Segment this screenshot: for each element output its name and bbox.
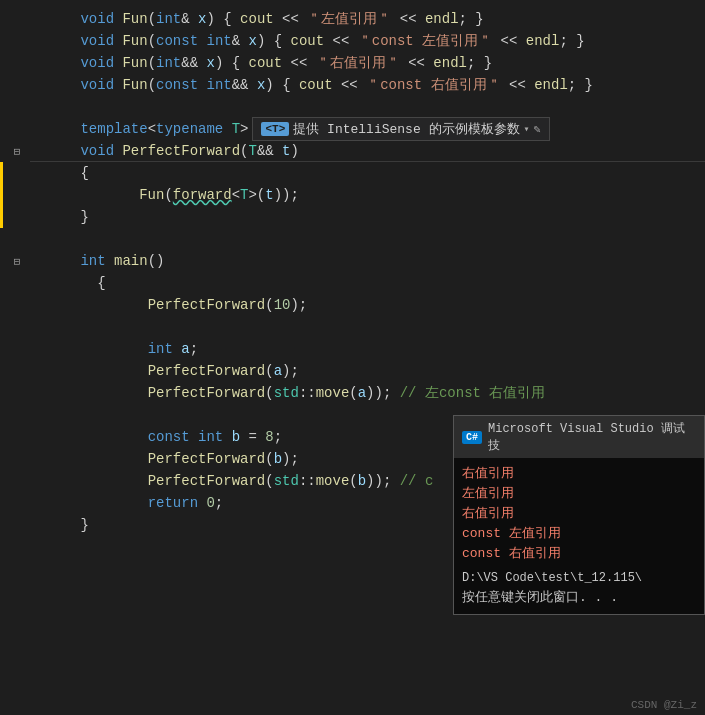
code-editor: void Fun(int& x) { cout << ＂左值引用＂ << end… <box>0 0 705 715</box>
watermark: CSDN @Zi_z <box>631 699 697 711</box>
code-line-14: PerfectForward(10); <box>0 294 705 316</box>
console-window: C# Microsoft Visual Studio 调试技 右值引用 左值引用… <box>453 415 705 615</box>
code-text: } <box>30 193 89 241</box>
console-prompt: 按任意键关闭此窗口. . . <box>462 588 696 608</box>
console-output-5: const 右值引用 <box>462 544 696 564</box>
code-text: void Fun(const int&& x) { cout << ＂const… <box>30 60 593 110</box>
line-number: ⊟ <box>8 145 26 158</box>
code-line-4: void Fun(const int&& x) { cout << ＂const… <box>0 74 705 96</box>
code-line-9: Fun(forward<T>(t)); <box>0 184 705 206</box>
console-body: 右值引用 左值引用 右值引用 const 左值引用 const 右值引用 D:\… <box>454 458 704 614</box>
code-line-10: } <box>0 206 705 228</box>
intellisense-edit[interactable]: ✎ <box>534 122 541 137</box>
code-text: } <box>30 501 89 549</box>
console-path: D:\VS Code\test\t_12.115\ <box>462 568 696 588</box>
code-text: PerfectForward(10); <box>30 281 307 329</box>
collapse-btn-main[interactable]: ⊟ <box>14 255 21 268</box>
intellisense-text: 提供 IntelliSense 的示例模板参数 <box>293 120 519 138</box>
intellisense-dropdown[interactable]: ▾ <box>524 123 530 135</box>
console-output-1: 右值引用 <box>462 464 696 484</box>
console-output-2: 左值引用 <box>462 484 696 504</box>
console-output-3: 右值引用 <box>462 504 696 524</box>
line-number: ⊟ <box>8 255 26 268</box>
console-title: Microsoft Visual Studio 调试技 <box>488 420 696 454</box>
code-text: PerfectForward(std::move(a)); // 左const … <box>30 368 545 418</box>
code-line-12: ⊟ int main() <box>0 250 705 272</box>
code-line-18: PerfectForward(std::move(a)); // 左const … <box>0 382 705 404</box>
console-output-4: const 左值引用 <box>462 524 696 544</box>
collapse-btn[interactable]: ⊟ <box>14 145 21 158</box>
console-icon: C# <box>462 431 482 444</box>
console-titlebar: C# Microsoft Visual Studio 调试技 <box>454 416 704 458</box>
code-line-7: ⊟ void PerfectForward(T&& t) <box>0 140 705 162</box>
